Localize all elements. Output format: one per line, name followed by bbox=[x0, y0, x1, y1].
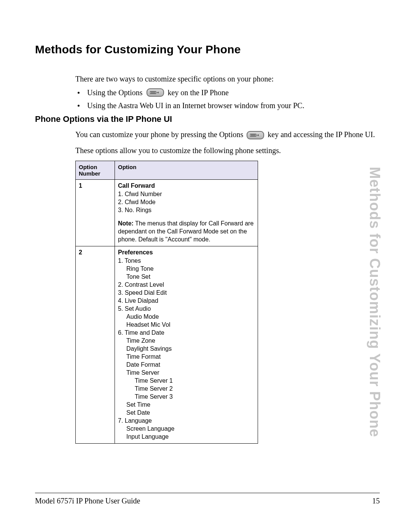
page-title: Methods for Customizing Your Phone bbox=[35, 43, 380, 56]
cell-option-content: Call Forward 1. Cfwd Number 2. Cfwd Mode… bbox=[115, 180, 258, 246]
intro-bullet-2-text: Using the Aastra Web UI in an Internet b… bbox=[87, 100, 304, 111]
list-item: Time Server 2 bbox=[118, 385, 255, 393]
intro-bullet-2: Using the Aastra Web UI in an Internet b… bbox=[75, 100, 380, 111]
footer-doc-title: Model 6757i IP Phone User Guide bbox=[35, 497, 140, 505]
list-item: Daylight Savings bbox=[118, 345, 255, 353]
list-item: 5. Set Audio bbox=[118, 305, 255, 313]
list-item: Time Format bbox=[118, 353, 255, 361]
list-item: Screen Language bbox=[118, 425, 255, 433]
list-item: Time Server bbox=[118, 369, 255, 377]
list-item: 2. Cfwd Mode bbox=[118, 198, 255, 206]
bullet-icon bbox=[78, 92, 80, 94]
options-key-icon bbox=[247, 131, 264, 139]
intro-lead: There are two ways to customize specific… bbox=[75, 73, 380, 85]
intro-block: There are two ways to customize specific… bbox=[75, 73, 380, 111]
list-item: 2. Contrast Level bbox=[118, 281, 255, 289]
option-list: 1. Tones Ring Tone Tone Set 2. Contrast … bbox=[118, 257, 255, 441]
option-title: Call Forward bbox=[118, 182, 255, 189]
footer-divider bbox=[35, 493, 380, 493]
table-row: 2 Preferences 1. Tones Ring Tone Tone Se… bbox=[76, 246, 258, 444]
section-heading: Phone Options via the IP Phone UI bbox=[35, 114, 380, 124]
list-item: Time Zone bbox=[118, 337, 255, 345]
th-option-number: Option Number bbox=[76, 161, 115, 180]
list-item: Set Date bbox=[118, 409, 255, 417]
table-row: 1 Call Forward 1. Cfwd Number 2. Cfwd Mo… bbox=[76, 180, 258, 246]
list-item: 6. Time and Date bbox=[118, 329, 255, 337]
options-key-icon bbox=[147, 88, 164, 97]
page-footer: Model 6757i IP Phone User Guide 15 bbox=[35, 497, 380, 505]
side-tab-title: Methods for Customizing Your Phone bbox=[366, 167, 383, 437]
list-item: Input Language bbox=[118, 433, 255, 441]
section-para-1-post: key and accessing the IP Phone UI. bbox=[268, 130, 375, 139]
option-title: Preferences bbox=[118, 249, 255, 256]
cell-option-number: 2 bbox=[76, 246, 115, 444]
list-item: Tone Set bbox=[118, 273, 255, 281]
list-item: Time Server 1 bbox=[118, 377, 255, 385]
intro-bullet-1: Using the Options key on the IP Phone bbox=[75, 87, 380, 98]
footer-page-number: 15 bbox=[372, 497, 380, 505]
list-item: 4. Live Dialpad bbox=[118, 297, 255, 305]
section-para-1: You can customize your phone by pressing… bbox=[75, 128, 380, 141]
list-item: 3. Speed Dial Edit bbox=[118, 289, 255, 297]
bullet-icon bbox=[78, 105, 80, 107]
list-item: 7. Language bbox=[118, 417, 255, 425]
th-option: Option bbox=[115, 161, 258, 180]
page: Methods for Customizing Your Phone There… bbox=[0, 0, 411, 532]
options-table: Option Number Option 1 Call Forward 1. C… bbox=[75, 161, 258, 444]
list-item: 3. No. Rings bbox=[118, 206, 255, 214]
intro-bullet-1-pre: Using the Options bbox=[87, 87, 143, 98]
option-list: 1. Cfwd Number 2. Cfwd Mode 3. No. Rings bbox=[118, 190, 255, 214]
list-item: 1. Cfwd Number bbox=[118, 190, 255, 198]
cell-option-number: 1 bbox=[76, 180, 115, 246]
table-header-row: Option Number Option bbox=[76, 161, 258, 180]
cell-option-content: Preferences 1. Tones Ring Tone Tone Set … bbox=[115, 246, 258, 444]
intro-bullet-1-post: key on the IP Phone bbox=[168, 87, 229, 98]
section-para-1-pre: You can customize your phone by pressing… bbox=[75, 130, 243, 139]
list-item: Set Time bbox=[118, 401, 255, 409]
list-item: Audio Mode bbox=[118, 313, 255, 321]
list-item: Date Format bbox=[118, 361, 255, 369]
section-para-2: These options allow you to customize the… bbox=[75, 146, 380, 155]
list-item: Time Server 3 bbox=[118, 393, 255, 401]
option-note: Note: The menus that display for Call Fo… bbox=[118, 219, 255, 243]
list-item: Headset Mic Vol bbox=[118, 321, 255, 329]
list-item: 1. Tones bbox=[118, 257, 255, 265]
list-item: Ring Tone bbox=[118, 265, 255, 273]
